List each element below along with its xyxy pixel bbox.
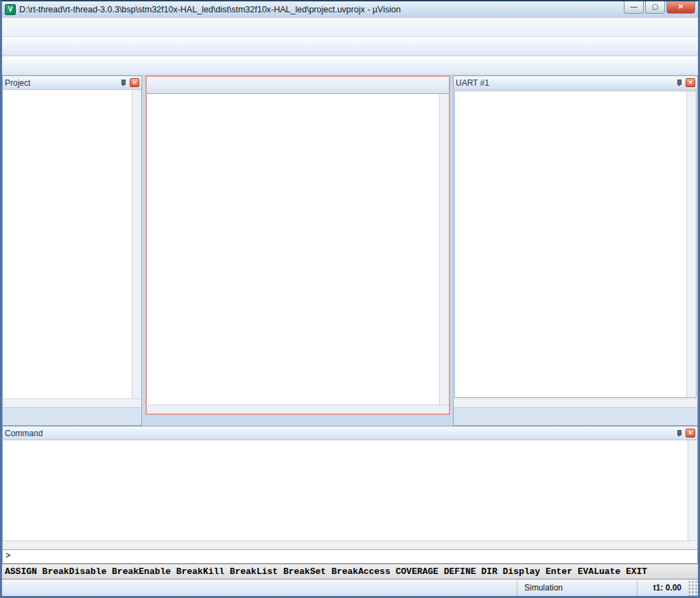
- close-icon[interactable]: ✕: [130, 78, 139, 87]
- command-horizontal-scrollbar[interactable]: [3, 540, 697, 549]
- maximize-button[interactable]: ▢: [645, 1, 665, 14]
- close-button[interactable]: ✕: [666, 1, 695, 14]
- close-icon[interactable]: ✕: [686, 429, 695, 438]
- editor-tab-bar: [147, 77, 449, 94]
- command-input[interactable]: >: [3, 549, 697, 563]
- title-bar: V D:\rt-thread\rt-thread-3.0.3\bsp\stm32…: [2, 1, 698, 18]
- project-vertical-scrollbar[interactable]: [132, 90, 141, 398]
- application-window: V D:\rt-thread\rt-thread-3.0.3\bsp\stm32…: [0, 0, 700, 598]
- uart-panel-title: UART #1: [456, 78, 676, 88]
- menu-bar: [2, 18, 698, 37]
- debug-toolbar: [2, 56, 698, 75]
- command-panel-title: Command: [5, 429, 676, 438]
- uart-vertical-scrollbar[interactable]: [686, 91, 696, 397]
- project-panel-title: Project: [5, 78, 120, 88]
- project-tree: [3, 90, 132, 398]
- close-icon[interactable]: ✕: [686, 78, 695, 87]
- resize-grip[interactable]: [687, 579, 698, 596]
- command-vertical-scrollbar[interactable]: [688, 440, 697, 540]
- project-horizontal-scrollbar[interactable]: [3, 398, 141, 407]
- status-mode: Simulation: [517, 579, 638, 596]
- minimize-button[interactable]: —: [624, 1, 644, 14]
- project-panel-tabs: [3, 407, 141, 425]
- project-panel: Project ✕: [2, 75, 142, 426]
- status-spacer: [2, 579, 517, 596]
- uart-panel: UART #1 ✕: [453, 75, 698, 426]
- uart-terminal[interactable]: [455, 91, 686, 397]
- main-toolbar: [2, 37, 698, 56]
- editor-window: [145, 75, 450, 415]
- command-help-bar: ASSIGN BreakDisable BreakEnable BreakKil…: [2, 564, 698, 579]
- status-bar: Simulation t1: 0.00: [2, 579, 698, 596]
- project-panel-header: Project ✕: [3, 76, 141, 90]
- command-panel-header: Command ✕: [3, 427, 697, 440]
- command-panel: Command ✕ >: [2, 426, 698, 564]
- pin-icon[interactable]: [676, 80, 682, 86]
- window-title: D:\rt-thread\rt-thread-3.0.3\bsp\stm32f1…: [19, 5, 622, 14]
- uart-horizontal-scrollbar[interactable]: [454, 398, 697, 407]
- status-time: t1: 0.00: [638, 579, 687, 596]
- uart-panel-header: UART #1 ✕: [454, 76, 697, 90]
- debug-view-tabs: [454, 407, 697, 425]
- pin-icon[interactable]: [120, 80, 126, 86]
- editor-horizontal-scrollbar[interactable]: [147, 405, 449, 414]
- uvision-logo-icon: V: [5, 4, 16, 15]
- code-editor[interactable]: [147, 94, 439, 405]
- editor-vertical-scrollbar[interactable]: [439, 94, 449, 405]
- pin-icon[interactable]: [676, 430, 682, 437]
- command-output[interactable]: [3, 440, 688, 540]
